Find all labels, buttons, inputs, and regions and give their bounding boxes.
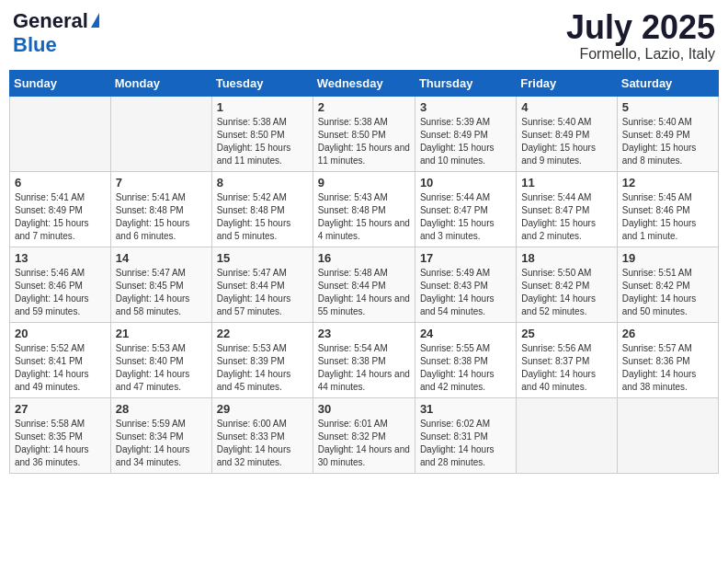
calendar-cell: 16Sunrise: 5:48 AM Sunset: 8:44 PM Dayli… bbox=[313, 247, 415, 322]
day-info: Sunrise: 5:57 AM Sunset: 8:36 PM Dayligh… bbox=[622, 342, 713, 394]
day-number: 21 bbox=[116, 327, 207, 340]
day-number: 9 bbox=[318, 176, 410, 190]
calendar-cell: 17Sunrise: 5:49 AM Sunset: 8:43 PM Dayli… bbox=[415, 247, 516, 322]
day-info: Sunrise: 5:47 AM Sunset: 8:45 PM Dayligh… bbox=[116, 267, 207, 318]
weekday-header-tuesday: Tuesday bbox=[211, 70, 313, 96]
day-info: Sunrise: 5:54 AM Sunset: 8:38 PM Dayligh… bbox=[318, 342, 410, 394]
day-info: Sunrise: 5:47 AM Sunset: 8:44 PM Dayligh… bbox=[217, 267, 308, 318]
calendar-cell: 5Sunrise: 5:40 AM Sunset: 8:49 PM Daylig… bbox=[617, 96, 718, 171]
day-info: Sunrise: 6:01 AM Sunset: 8:32 PM Dayligh… bbox=[318, 418, 410, 469]
calendar-cell: 14Sunrise: 5:47 AM Sunset: 8:45 PM Dayli… bbox=[110, 247, 211, 322]
calendar-cell: 6Sunrise: 5:41 AM Sunset: 8:49 PM Daylig… bbox=[10, 171, 111, 247]
weekday-header-wednesday: Wednesday bbox=[313, 70, 415, 96]
calendar-cell: 12Sunrise: 5:45 AM Sunset: 8:46 PM Dayli… bbox=[617, 171, 718, 247]
day-number: 27 bbox=[15, 402, 106, 416]
calendar-cell: 23Sunrise: 5:54 AM Sunset: 8:38 PM Dayli… bbox=[313, 322, 415, 397]
day-info: Sunrise: 5:43 AM Sunset: 8:48 PM Dayligh… bbox=[318, 191, 410, 243]
day-number: 19 bbox=[622, 251, 713, 265]
day-number: 24 bbox=[420, 327, 511, 340]
logo-general: General bbox=[13, 9, 88, 33]
calendar-cell: 18Sunrise: 5:50 AM Sunset: 8:42 PM Dayli… bbox=[517, 247, 617, 322]
day-info: Sunrise: 5:39 AM Sunset: 8:49 PM Dayligh… bbox=[420, 116, 511, 167]
day-number: 18 bbox=[521, 251, 611, 265]
day-info: Sunrise: 5:56 AM Sunset: 8:37 PM Dayligh… bbox=[521, 342, 611, 394]
title-section: July 2025 Formello, Lazio, Italy bbox=[566, 9, 715, 63]
day-number: 7 bbox=[116, 176, 207, 190]
day-number: 11 bbox=[521, 176, 611, 190]
page-header: General Blue July 2025 Formello, Lazio, … bbox=[9, 9, 719, 63]
calendar-week-1: 1Sunrise: 5:38 AM Sunset: 8:50 PM Daylig… bbox=[10, 96, 719, 171]
calendar-cell bbox=[517, 397, 617, 473]
calendar-cell: 25Sunrise: 5:56 AM Sunset: 8:37 PM Dayli… bbox=[517, 322, 617, 397]
calendar-cell: 22Sunrise: 5:53 AM Sunset: 8:39 PM Dayli… bbox=[211, 322, 313, 397]
day-info: Sunrise: 5:40 AM Sunset: 8:49 PM Dayligh… bbox=[521, 116, 611, 167]
day-number: 4 bbox=[521, 100, 611, 114]
weekday-header-thursday: Thursday bbox=[415, 70, 516, 96]
calendar-cell: 28Sunrise: 5:59 AM Sunset: 8:34 PM Dayli… bbox=[110, 397, 211, 473]
day-info: Sunrise: 5:41 AM Sunset: 8:49 PM Dayligh… bbox=[15, 191, 106, 243]
day-number: 1 bbox=[217, 100, 308, 114]
weekday-header-friday: Friday bbox=[517, 70, 617, 96]
calendar-cell: 9Sunrise: 5:43 AM Sunset: 8:48 PM Daylig… bbox=[313, 171, 415, 247]
day-info: Sunrise: 5:40 AM Sunset: 8:49 PM Dayligh… bbox=[622, 116, 713, 167]
calendar-table: SundayMondayTuesdayWednesdayThursdayFrid… bbox=[9, 70, 719, 474]
day-number: 28 bbox=[116, 402, 207, 416]
day-info: Sunrise: 5:50 AM Sunset: 8:42 PM Dayligh… bbox=[521, 267, 611, 318]
calendar-week-5: 27Sunrise: 5:58 AM Sunset: 8:35 PM Dayli… bbox=[10, 397, 719, 473]
day-info: Sunrise: 5:44 AM Sunset: 8:47 PM Dayligh… bbox=[420, 191, 511, 243]
day-number: 29 bbox=[217, 402, 308, 416]
day-info: Sunrise: 5:44 AM Sunset: 8:47 PM Dayligh… bbox=[521, 191, 611, 243]
day-info: Sunrise: 5:49 AM Sunset: 8:43 PM Dayligh… bbox=[420, 267, 511, 318]
calendar-cell: 3Sunrise: 5:39 AM Sunset: 8:49 PM Daylig… bbox=[415, 96, 516, 171]
logo-triangle-icon bbox=[91, 13, 99, 28]
weekday-header-saturday: Saturday bbox=[617, 70, 718, 96]
day-number: 12 bbox=[622, 176, 713, 190]
day-number: 14 bbox=[116, 251, 207, 265]
day-number: 6 bbox=[15, 176, 106, 190]
calendar-cell: 15Sunrise: 5:47 AM Sunset: 8:44 PM Dayli… bbox=[211, 247, 313, 322]
calendar-cell: 10Sunrise: 5:44 AM Sunset: 8:47 PM Dayli… bbox=[415, 171, 516, 247]
calendar-cell: 31Sunrise: 6:02 AM Sunset: 8:31 PM Dayli… bbox=[415, 397, 516, 473]
calendar-week-2: 6Sunrise: 5:41 AM Sunset: 8:49 PM Daylig… bbox=[10, 171, 719, 247]
month-year-title: July 2025 bbox=[566, 9, 715, 46]
logo-blue: Blue bbox=[13, 33, 57, 57]
day-number: 10 bbox=[420, 176, 511, 190]
calendar-cell: 7Sunrise: 5:41 AM Sunset: 8:48 PM Daylig… bbox=[110, 171, 211, 247]
day-number: 23 bbox=[318, 327, 410, 340]
day-number: 26 bbox=[622, 327, 713, 340]
day-info: Sunrise: 5:55 AM Sunset: 8:38 PM Dayligh… bbox=[420, 342, 511, 394]
day-info: Sunrise: 5:38 AM Sunset: 8:50 PM Dayligh… bbox=[217, 116, 308, 167]
day-info: Sunrise: 5:53 AM Sunset: 8:39 PM Dayligh… bbox=[217, 342, 308, 394]
day-info: Sunrise: 5:46 AM Sunset: 8:46 PM Dayligh… bbox=[15, 267, 106, 318]
day-number: 31 bbox=[420, 402, 511, 416]
day-number: 25 bbox=[521, 327, 611, 340]
calendar-cell: 1Sunrise: 5:38 AM Sunset: 8:50 PM Daylig… bbox=[211, 96, 313, 171]
day-info: Sunrise: 5:42 AM Sunset: 8:48 PM Dayligh… bbox=[217, 191, 308, 243]
day-number: 15 bbox=[217, 251, 308, 265]
day-info: Sunrise: 5:41 AM Sunset: 8:48 PM Dayligh… bbox=[116, 191, 207, 243]
calendar-cell: 11Sunrise: 5:44 AM Sunset: 8:47 PM Dayli… bbox=[517, 171, 617, 247]
calendar-cell: 13Sunrise: 5:46 AM Sunset: 8:46 PM Dayli… bbox=[10, 247, 111, 322]
day-info: Sunrise: 5:51 AM Sunset: 8:42 PM Dayligh… bbox=[622, 267, 713, 318]
calendar-cell: 21Sunrise: 5:53 AM Sunset: 8:40 PM Dayli… bbox=[110, 322, 211, 397]
day-number: 3 bbox=[420, 100, 511, 114]
day-info: Sunrise: 5:38 AM Sunset: 8:50 PM Dayligh… bbox=[318, 116, 410, 167]
day-info: Sunrise: 5:48 AM Sunset: 8:44 PM Dayligh… bbox=[318, 267, 410, 318]
day-number: 20 bbox=[15, 327, 106, 340]
day-info: Sunrise: 5:53 AM Sunset: 8:40 PM Dayligh… bbox=[116, 342, 207, 394]
day-info: Sunrise: 5:59 AM Sunset: 8:34 PM Dayligh… bbox=[116, 418, 207, 469]
location-subtitle: Formello, Lazio, Italy bbox=[566, 46, 715, 63]
weekday-header-monday: Monday bbox=[110, 70, 211, 96]
calendar-cell: 20Sunrise: 5:52 AM Sunset: 8:41 PM Dayli… bbox=[10, 322, 111, 397]
day-info: Sunrise: 5:52 AM Sunset: 8:41 PM Dayligh… bbox=[15, 342, 106, 394]
calendar-cell bbox=[617, 397, 718, 473]
day-number: 5 bbox=[622, 100, 713, 114]
calendar-week-4: 20Sunrise: 5:52 AM Sunset: 8:41 PM Dayli… bbox=[10, 322, 719, 397]
calendar-cell: 8Sunrise: 5:42 AM Sunset: 8:48 PM Daylig… bbox=[211, 171, 313, 247]
calendar-cell bbox=[110, 96, 211, 171]
day-number: 22 bbox=[217, 327, 308, 340]
day-number: 2 bbox=[318, 100, 410, 114]
calendar-cell: 26Sunrise: 5:57 AM Sunset: 8:36 PM Dayli… bbox=[617, 322, 718, 397]
calendar-cell: 2Sunrise: 5:38 AM Sunset: 8:50 PM Daylig… bbox=[313, 96, 415, 171]
day-info: Sunrise: 6:00 AM Sunset: 8:33 PM Dayligh… bbox=[217, 418, 308, 469]
